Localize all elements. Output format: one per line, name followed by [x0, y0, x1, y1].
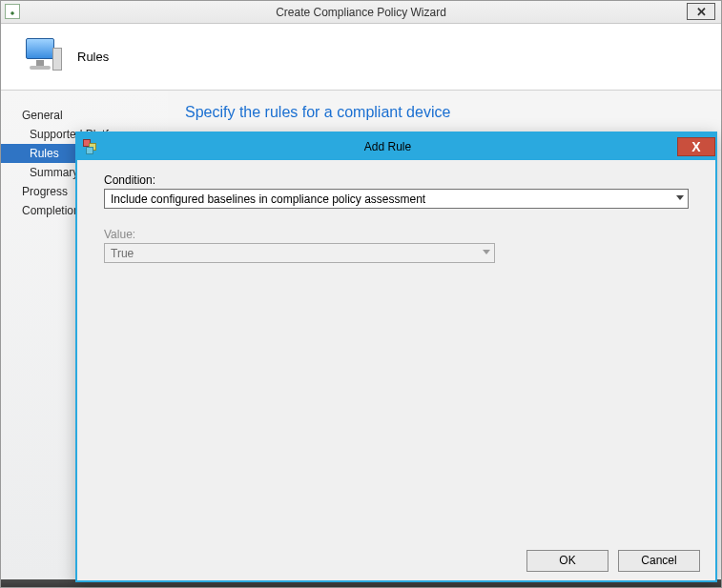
wizard-titlebar: ⬥ Create Compliance Policy Wizard ✕	[1, 1, 721, 24]
value-value: True	[111, 247, 134, 260]
condition-dropdown[interactable]: Include configured baselines in complian…	[104, 189, 689, 209]
value-label: Value:	[104, 228, 495, 241]
add-rule-dialog: Add Rule X Condition: Include configured…	[75, 132, 717, 582]
dialog-title: Add Rule	[98, 140, 677, 153]
dialog-footer: OK Cancel	[77, 540, 715, 580]
value-dropdown: True	[104, 243, 495, 263]
banner: Rules	[1, 24, 721, 91]
wizard-close-button[interactable]: ✕	[687, 3, 715, 20]
sidebar-item-general[interactable]: General	[1, 106, 168, 125]
chevron-down-icon	[483, 250, 490, 254]
dialog-titlebar[interactable]: Add Rule X	[77, 133, 715, 160]
dialog-app-icon	[83, 139, 98, 154]
condition-label: Condition:	[104, 173, 689, 187]
banner-title: Rules	[77, 50, 109, 64]
dialog-close-button[interactable]: X	[677, 137, 715, 156]
cancel-button[interactable]: Cancel	[618, 550, 700, 572]
close-icon: ✕	[696, 5, 707, 19]
condition-value: Include configured baselines in complian…	[111, 193, 425, 206]
chevron-down-icon	[676, 195, 684, 200]
wizard-window: ⬥ Create Compliance Policy Wizard ✕ Rule…	[0, 0, 722, 588]
dialog-body: Condition: Include configured baselines …	[77, 160, 715, 540]
wizard-icon: ⬥	[5, 4, 20, 19]
close-icon: X	[691, 139, 700, 154]
wizard-title: Create Compliance Policy Wizard	[276, 6, 446, 19]
main-heading: Specify the rules for a compliant device	[185, 104, 704, 121]
ok-button[interactable]: OK	[526, 550, 609, 572]
computer-icon	[22, 38, 60, 76]
